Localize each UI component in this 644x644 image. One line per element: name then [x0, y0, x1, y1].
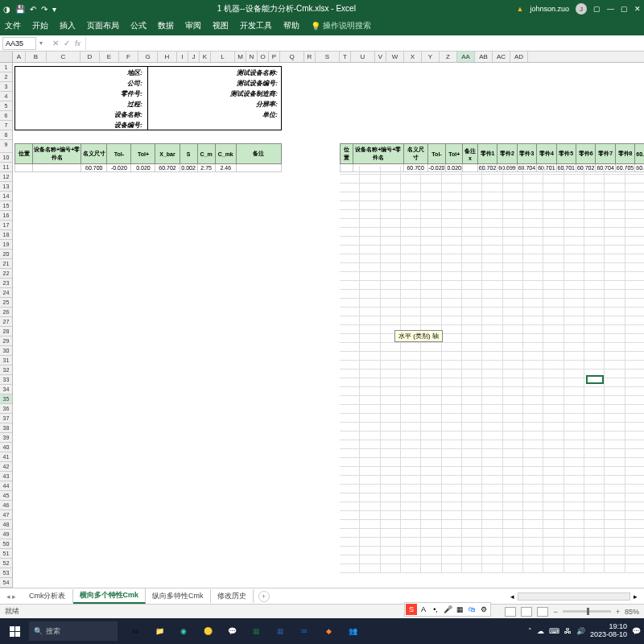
tray-chevron-icon[interactable]: ˄	[528, 627, 532, 635]
minimize-icon[interactable]: —	[607, 5, 614, 13]
row-header-20[interactable]: 20	[0, 250, 12, 259]
tab-file[interactable]: 文件	[5, 20, 21, 31]
row-header-41[interactable]: 41	[0, 452, 12, 462]
row-header-6[interactable]: 6	[0, 111, 12, 121]
task-view-icon[interactable]: ▭	[124, 620, 147, 642]
namebox-dropdown-icon[interactable]: ▾	[36, 39, 46, 47]
col-header-F[interactable]: F	[119, 52, 138, 62]
taskbar-clock[interactable]: 19:10 2023-08-10	[590, 623, 627, 639]
row-header-54[interactable]: 54	[0, 578, 12, 588]
row-header-53[interactable]: 53	[0, 568, 12, 578]
ime-settings-icon[interactable]: ⚙	[478, 604, 489, 615]
ime-toolbar[interactable]: S A •, 🎤 ▦ 🛍 ⚙	[404, 602, 491, 617]
ime-pad-icon[interactable]: ▦	[454, 604, 465, 615]
row-header-13[interactable]: 13	[0, 182, 12, 192]
col-header-S[interactable]: S	[316, 52, 340, 62]
col-header-G[interactable]: G	[138, 52, 158, 62]
col-header-V[interactable]: V	[375, 52, 386, 62]
row-header-40[interactable]: 40	[0, 443, 12, 452]
col-header-O[interactable]: O	[258, 52, 269, 62]
word-icon[interactable]: ▦	[269, 620, 291, 642]
row-header-39[interactable]: 39	[0, 433, 12, 443]
row-header-47[interactable]: 47	[0, 510, 12, 520]
row-header-17[interactable]: 17	[0, 221, 12, 230]
col-header-P[interactable]: P	[269, 52, 280, 62]
row-header-32[interactable]: 32	[0, 365, 12, 375]
active-cell[interactable]	[586, 375, 604, 384]
tell-me[interactable]: 💡操作说明搜索	[311, 20, 371, 31]
row-header-25[interactable]: 25	[0, 298, 12, 308]
view-pagelayout-icon[interactable]	[521, 607, 532, 617]
sheet-tab-1[interactable]: Cmk分析表	[23, 589, 73, 603]
row-header-8[interactable]: 8	[0, 130, 12, 140]
row-header-35[interactable]: 35	[0, 394, 12, 404]
app-icon[interactable]: ◆	[317, 620, 340, 642]
row-header-5[interactable]: 5	[0, 101, 12, 111]
enter-formula-icon[interactable]: ✓	[64, 39, 70, 47]
col-header-M[interactable]: M	[235, 52, 246, 62]
col-header-N[interactable]: N	[246, 52, 258, 62]
col-header-T[interactable]: T	[340, 52, 351, 62]
tab-dev[interactable]: 开发工具	[240, 20, 272, 31]
row-header-30[interactable]: 30	[0, 346, 12, 356]
col-header-A[interactable]: A	[13, 52, 26, 62]
cells-area[interactable]: 地区: 公司: 零件号: 过程: 设备名称: 设备编号: 测试设备名称: 测试设…	[13, 63, 644, 588]
view-pagebreak-icon[interactable]	[537, 607, 548, 617]
col-header-B[interactable]: B	[26, 52, 47, 62]
tray-volume-icon[interactable]: 🔊	[576, 627, 585, 635]
ime-tool-icon[interactable]: 🛍	[466, 604, 477, 615]
col-header-E[interactable]: E	[100, 52, 119, 62]
col-header-U[interactable]: U	[351, 52, 375, 62]
col-header-Z[interactable]: Z	[440, 52, 457, 62]
sheet-tab-2[interactable]: 横向多个特性Cmk	[73, 588, 147, 604]
row-header-42[interactable]: 42	[0, 462, 12, 472]
redo-icon[interactable]: ↷	[41, 5, 47, 14]
tab-data[interactable]: 数据	[158, 20, 174, 31]
tray-cloud-icon[interactable]: ☁	[537, 627, 544, 635]
row-header-31[interactable]: 31	[0, 356, 12, 365]
col-header-D[interactable]: D	[80, 52, 100, 62]
tab-home[interactable]: 开始	[32, 20, 48, 31]
sheet-tab-4[interactable]: 修改历史	[211, 589, 254, 603]
worksheet-grid[interactable]: ABCDEFGHIJKLMNOPQRSTUVWXYZAAABACAD 12345…	[0, 52, 644, 588]
row-header-12[interactable]: 12	[0, 172, 12, 182]
col-header-C[interactable]: C	[47, 52, 80, 62]
tab-view[interactable]: 视图	[213, 20, 229, 31]
select-all-corner[interactable]	[0, 52, 13, 62]
cancel-formula-icon[interactable]: ✕	[52, 39, 59, 47]
col-header-Q[interactable]: Q	[280, 52, 304, 62]
explorer-icon[interactable]: 📁	[148, 620, 171, 642]
zoom-value[interactable]: 85%	[625, 608, 639, 616]
col-header-Y[interactable]: Y	[422, 52, 440, 62]
col-header-H[interactable]: H	[158, 52, 177, 62]
ribbon-options-icon[interactable]: ▢	[593, 5, 601, 13]
col-header-AC[interactable]: AC	[493, 52, 510, 62]
row-header-33[interactable]: 33	[0, 375, 12, 385]
taskbar-search[interactable]: 🔍 搜索	[29, 621, 118, 641]
row-header-15[interactable]: 15	[0, 201, 12, 211]
col-header-I[interactable]: I	[177, 52, 188, 62]
row-header-11[interactable]: 11	[0, 163, 12, 172]
row-header-27[interactable]: 27	[0, 317, 12, 327]
tray-network-icon[interactable]: 🖧	[564, 627, 572, 635]
col-header-R[interactable]: R	[304, 52, 316, 62]
teams-icon[interactable]: 👥	[341, 620, 364, 642]
user-avatar-icon[interactable]: J	[576, 3, 587, 14]
chrome-icon[interactable]: 🟡	[196, 620, 219, 642]
hscroll-left-icon[interactable]: ◂	[510, 592, 514, 601]
sheet-nav-last-icon[interactable]: ▸	[12, 592, 16, 601]
tab-review[interactable]: 审阅	[185, 20, 201, 31]
view-normal-icon[interactable]	[505, 607, 516, 617]
row-header-49[interactable]: 49	[0, 530, 12, 539]
row-header-21[interactable]: 21	[0, 259, 12, 269]
row-header-46[interactable]: 46	[0, 501, 12, 510]
row-header-9[interactable]: 9	[0, 140, 12, 153]
row-header-14[interactable]: 14	[0, 192, 12, 201]
save-icon[interactable]: 💾	[15, 5, 25, 14]
zoom-out-icon[interactable]: −	[553, 608, 557, 616]
sheet-nav-first-icon[interactable]: ◂	[6, 592, 10, 601]
row-header-29[interactable]: 29	[0, 336, 12, 346]
zoom-in-icon[interactable]: +	[616, 608, 620, 616]
col-header-AD[interactable]: AD	[510, 52, 528, 62]
row-header-45[interactable]: 45	[0, 491, 12, 501]
